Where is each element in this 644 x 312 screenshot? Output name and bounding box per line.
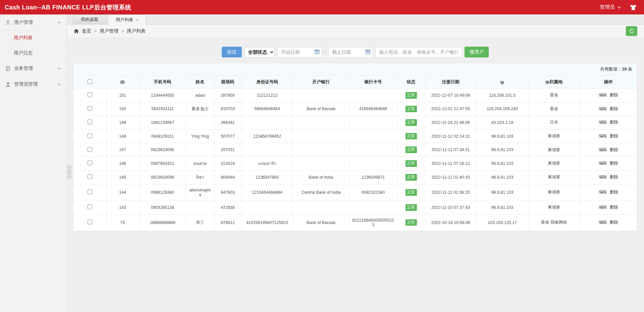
calendar-icon[interactable]: [314, 49, 320, 54]
calendar-icon[interactable]: [365, 49, 371, 54]
breadcrumb-home[interactable]: 首页: [82, 28, 91, 34]
cell-name: 勝多負少: [186, 102, 214, 116]
edit-link[interactable]: 编辑: [599, 205, 607, 210]
cell-status: 正常: [397, 102, 425, 116]
main-area: 我的桌面 用户列表 × 首页 > 用户管理 > 用户列表: [67, 14, 644, 312]
delete-link[interactable]: 删除: [610, 220, 618, 225]
tabbar: 我的桌面 用户列表 ×: [67, 14, 644, 25]
select-all-checkbox[interactable]: [88, 79, 92, 84]
user-menu[interactable]: 管理员: [600, 4, 621, 10]
edit-link[interactable]: 编辑: [599, 93, 607, 97]
cell-ip-location: 柬埔寨: [528, 200, 580, 214]
status-select[interactable]: 全部状态: [245, 47, 275, 57]
summary-prefix: 共有数据：: [600, 66, 622, 72]
content: 短信 全部状态 - 搜用户: [67, 38, 644, 312]
delete-link[interactable]: 删除: [610, 190, 618, 194]
search-input[interactable]: [375, 47, 462, 57]
sidebar-group-label: 业务管理: [14, 65, 54, 72]
cell-reg-date: 2022-10-16 10:56:56: [425, 214, 476, 231]
cell-ip: 96.9.81.103: [476, 200, 528, 214]
breadcrumb-user-list[interactable]: 用户列表: [127, 28, 146, 34]
cell-name: คนสวย: [186, 157, 214, 170]
edit-link[interactable]: 编辑: [599, 190, 607, 194]
row-checkbox[interactable]: [88, 220, 92, 224]
row-checkbox[interactable]: [88, 120, 92, 124]
cell-id: 143: [106, 200, 139, 214]
edit-link[interactable]: 编辑: [599, 147, 607, 152]
cell-operations: 编辑删除: [580, 116, 637, 130]
tab-label: 用户列表: [116, 17, 133, 23]
cell-name: [186, 116, 214, 130]
search-user-button[interactable]: 搜用户: [465, 47, 489, 57]
cell-reg-date: 2022-11-10 07:37:43: [425, 200, 476, 214]
tab-my-desktop[interactable]: 我的桌面: [73, 14, 106, 24]
cell-ip-location: 香港: [528, 89, 580, 102]
row-checkbox[interactable]: [88, 133, 92, 138]
date-range-separator: -: [324, 49, 326, 55]
sidebar-collapse-handle[interactable]: ‹: [67, 165, 71, 179]
cell-id: 147: [106, 143, 139, 157]
sidebar-item-user-list[interactable]: 用户列表: [0, 31, 67, 46]
cell-card-number: 1236549871: [349, 170, 397, 184]
app-root: Cash Loan--AB FINANCE LLP后台管理系统 管理员 用户管理…: [0, 0, 644, 312]
edit-link[interactable]: 编辑: [599, 175, 607, 179]
cell-id: 150: [106, 102, 139, 116]
cell-bank: [293, 89, 349, 102]
cell-id-card: 123456789452: [241, 129, 293, 143]
cell-id: 148: [106, 129, 139, 143]
edit-link[interactable]: 编辑: [599, 134, 607, 138]
cell-operations: 编辑删除: [580, 102, 637, 116]
breadcrumb-separator: >: [94, 29, 97, 34]
breadcrumb-user-management[interactable]: 用户管理: [100, 28, 118, 34]
delete-link[interactable]: 删除: [610, 134, 618, 138]
cell-withdraw-code: 815703: [214, 102, 241, 116]
breadcrumb: 首页 > 用户管理 > 用户列表: [74, 28, 146, 34]
cell-phone: 0968126360: [139, 184, 186, 200]
row-checkbox[interactable]: [88, 161, 92, 165]
delete-link[interactable]: 删除: [610, 175, 618, 179]
refresh-button[interactable]: [626, 26, 637, 36]
delete-link[interactable]: 删除: [610, 106, 618, 111]
sms-button[interactable]: 短信: [222, 47, 242, 57]
edit-link[interactable]: 编辑: [599, 220, 607, 225]
row-checkbox[interactable]: [88, 92, 92, 97]
header-id-card: 身份证号码: [241, 76, 293, 89]
row-checkbox[interactable]: [88, 174, 92, 179]
cell-status: 正常: [397, 200, 425, 214]
cell-card-number: 6222166455000000123: [349, 214, 397, 231]
row-checkbox[interactable]: [88, 205, 92, 209]
sidebar-group-user-management[interactable]: 用户管理: [0, 14, 67, 31]
sidebar-group-business-management[interactable]: 业务管理: [0, 61, 67, 77]
cell-phone: 0903265138: [139, 200, 186, 214]
user-table-body: 151 1334444555 adad 287850 112121212 正常 …: [73, 89, 637, 231]
cell-status: 正常: [397, 214, 425, 231]
row-checkbox[interactable]: [88, 106, 92, 111]
theme-tshirt-icon[interactable]: [630, 4, 637, 10]
status-badge: 正常: [406, 219, 417, 226]
cell-reg-date: 2022-12-01 21:47:55: [425, 102, 476, 116]
sidebar-item-user-log[interactable]: 用户日志: [0, 46, 67, 61]
delete-link[interactable]: 删除: [610, 205, 618, 210]
cell-name: [186, 200, 214, 214]
cell-withdraw-code: 809444: [214, 170, 241, 184]
sidebar: 用户管理 用户列表 用户日志 业务管理 管理员管理: [0, 14, 67, 312]
close-icon[interactable]: ×: [136, 17, 139, 22]
status-badge: 正常: [406, 174, 417, 181]
delete-link[interactable]: 删除: [610, 93, 618, 97]
cell-reg-date: 2022-11-24 21:46:08: [425, 116, 476, 130]
edit-link[interactable]: 编辑: [599, 161, 607, 166]
user-table-panel: 共有数据：10 条 ID 手机号码 姓名 提现码: [73, 63, 637, 231]
delete-link[interactable]: 删除: [610, 147, 618, 152]
row-checkbox[interactable]: [88, 189, 92, 194]
cell-status: 正常: [397, 170, 425, 184]
sidebar-group-admin-management[interactable]: 管理员管理: [0, 77, 67, 92]
delete-link[interactable]: 删除: [610, 161, 618, 166]
delete-link[interactable]: 删除: [610, 120, 618, 125]
tab-user-list[interactable]: 用户列表 ×: [108, 14, 146, 25]
header-checkbox-cell: [73, 76, 106, 89]
edit-link[interactable]: 编辑: [599, 120, 607, 125]
cell-bank: [293, 157, 349, 170]
summary-count: 10: [622, 66, 627, 72]
row-checkbox[interactable]: [88, 147, 92, 152]
edit-link[interactable]: 编辑: [599, 106, 607, 111]
